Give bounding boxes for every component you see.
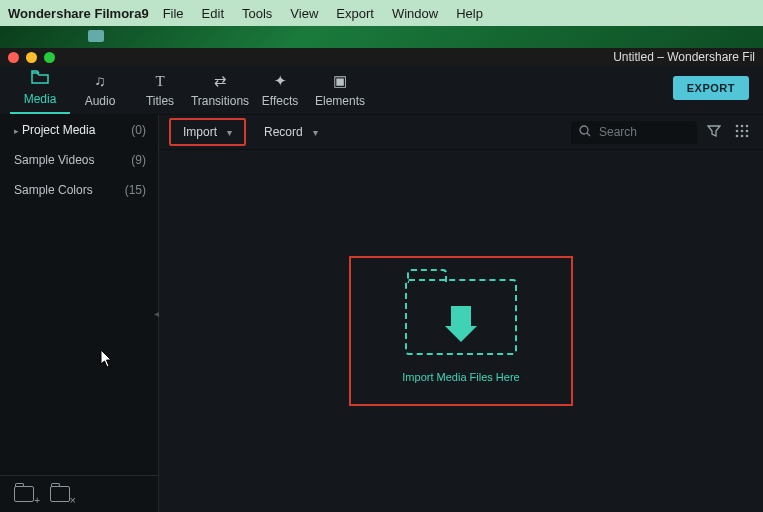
record-label: Record xyxy=(264,125,303,139)
svg-point-7 xyxy=(746,129,749,132)
import-dropdown[interactable]: Import ▾ xyxy=(169,118,246,146)
dropzone-inner: Import Media Files Here xyxy=(402,279,519,383)
window-zoom-button[interactable] xyxy=(44,52,55,63)
dashed-folder-icon xyxy=(405,279,517,355)
desktop-wallpaper xyxy=(0,26,763,48)
sparkle-icon: ✦ xyxy=(250,72,310,90)
text-icon: T xyxy=(130,72,190,90)
transitions-icon: ⇄ xyxy=(190,72,250,90)
search-box[interactable] xyxy=(571,121,697,144)
sidebar-item-count: (0) xyxy=(131,123,146,137)
tab-label: Elements xyxy=(315,94,365,108)
menu-view[interactable]: View xyxy=(290,6,318,21)
tab-label: Media xyxy=(24,92,57,106)
top-tabs: Media ♫ Audio T Titles ⇄ Transitions ✦ E… xyxy=(0,66,763,115)
menu-window[interactable]: Window xyxy=(392,6,438,21)
svg-point-10 xyxy=(746,134,749,137)
window-title: Untitled – Wondershare Fil xyxy=(55,50,755,64)
window-titlebar: Untitled – Wondershare Fil xyxy=(0,48,763,66)
svg-point-2 xyxy=(736,124,739,127)
svg-point-5 xyxy=(736,129,739,132)
svg-point-8 xyxy=(736,134,739,137)
workarea: ▸Project Media (0) Sample Videos (9) Sam… xyxy=(0,115,763,512)
tab-media[interactable]: Media xyxy=(10,70,70,114)
sidebar-item-count: (15) xyxy=(125,183,146,197)
menu-help[interactable]: Help xyxy=(456,6,483,21)
import-dropzone[interactable]: Import Media Files Here xyxy=(349,256,573,406)
tab-audio[interactable]: ♫ Audio xyxy=(70,72,130,114)
svg-point-9 xyxy=(741,134,744,137)
tab-label: Transitions xyxy=(191,94,249,108)
mac-menubar: Wondershare Filmora9 File Edit Tools Vie… xyxy=(0,0,763,26)
download-arrow-icon xyxy=(451,306,471,326)
tab-elements[interactable]: ▣ Elements xyxy=(310,72,370,114)
sidebar-item-label: Sample Colors xyxy=(14,183,93,197)
window-traffic-lights xyxy=(8,52,55,63)
main-panel: ◂ Import ▾ Record ▾ xyxy=(159,115,763,512)
chevron-down-icon: ▾ xyxy=(227,127,232,138)
window-minimize-button[interactable] xyxy=(26,52,37,63)
menu-export[interactable]: Export xyxy=(336,6,374,21)
sidebar-item-sample-videos[interactable]: Sample Videos (9) xyxy=(0,145,158,175)
media-empty-area: Import Media Files Here xyxy=(159,150,763,512)
chevron-right-icon: ▸ xyxy=(14,126,19,136)
window-close-button[interactable] xyxy=(8,52,19,63)
tab-label: Effects xyxy=(262,94,298,108)
tab-label: Audio xyxy=(85,94,116,108)
search-input[interactable] xyxy=(597,124,689,140)
panel-splitter[interactable]: ◂ xyxy=(153,301,159,327)
export-button[interactable]: EXPORT xyxy=(673,76,749,100)
app-body: Media ♫ Audio T Titles ⇄ Transitions ✦ E… xyxy=(0,66,763,512)
svg-point-3 xyxy=(741,124,744,127)
sidebar-item-sample-colors[interactable]: Sample Colors (15) xyxy=(0,175,158,205)
music-note-icon: ♫ xyxy=(70,72,130,90)
search-icon xyxy=(579,125,591,140)
chevron-down-icon: ▾ xyxy=(313,127,318,138)
media-toolbar: Import ▾ Record ▾ xyxy=(159,115,763,150)
menu-file[interactable]: File xyxy=(163,6,184,21)
sidebar-list: ▸Project Media (0) Sample Videos (9) Sam… xyxy=(0,115,158,475)
tab-effects[interactable]: ✦ Effects xyxy=(250,72,310,114)
tab-titles[interactable]: T Titles xyxy=(130,72,190,114)
svg-point-6 xyxy=(741,129,744,132)
elements-icon: ▣ xyxy=(310,72,370,90)
svg-line-1 xyxy=(587,133,590,136)
menubar-app-name: Wondershare Filmora9 xyxy=(8,6,149,21)
svg-point-4 xyxy=(746,124,749,127)
sidebar-item-count: (9) xyxy=(131,153,146,167)
sidebar: ▸Project Media (0) Sample Videos (9) Sam… xyxy=(0,115,159,512)
import-label: Import xyxy=(183,125,217,139)
menu-edit[interactable]: Edit xyxy=(202,6,224,21)
record-dropdown[interactable]: Record ▾ xyxy=(252,120,330,144)
sidebar-footer xyxy=(0,475,158,512)
svg-point-0 xyxy=(580,126,588,134)
filter-icon[interactable] xyxy=(703,124,725,141)
sidebar-item-label: ▸Project Media xyxy=(14,123,95,137)
delete-folder-button[interactable] xyxy=(50,486,70,502)
folder-icon xyxy=(10,70,70,88)
grid-view-icon[interactable] xyxy=(731,124,753,141)
dropzone-text: Import Media Files Here xyxy=(402,371,519,383)
sidebar-item-project-media[interactable]: ▸Project Media (0) xyxy=(0,115,158,145)
tab-label: Titles xyxy=(146,94,174,108)
desktop-icon xyxy=(88,30,104,42)
menu-tools[interactable]: Tools xyxy=(242,6,272,21)
sidebar-item-label: Sample Videos xyxy=(14,153,95,167)
tab-transitions[interactable]: ⇄ Transitions xyxy=(190,72,250,114)
add-folder-button[interactable] xyxy=(14,486,34,502)
